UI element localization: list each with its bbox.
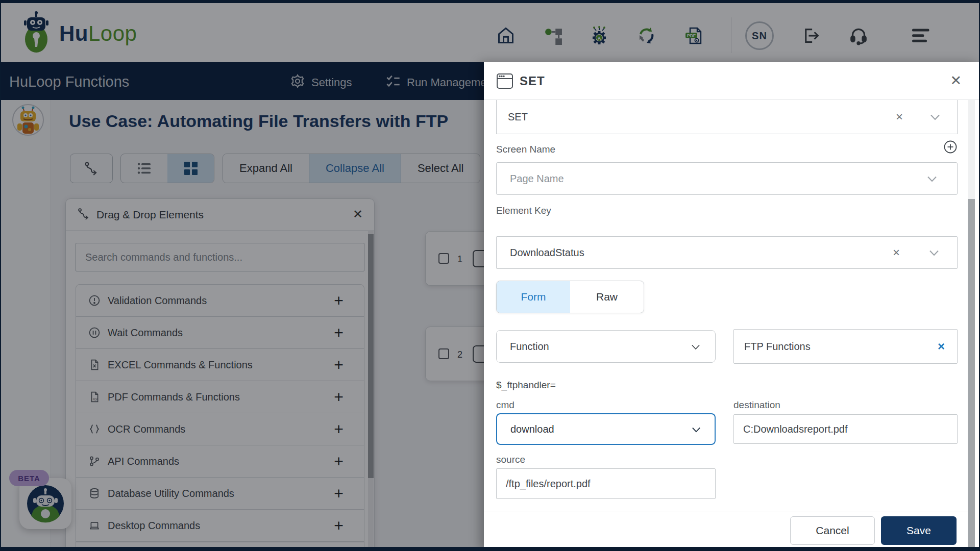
screen-name-placeholder: Page Name [510, 173, 564, 185]
drawer-title: SET [520, 74, 545, 88]
function-search-value: FTP Functions [744, 341, 811, 353]
element-key-value: DownloadStatus [510, 247, 584, 259]
command-select-value: SET [508, 111, 528, 123]
screen-name-select[interactable]: Page Name [496, 162, 958, 195]
window-frame-left [0, 0, 1, 551]
chevron-down-icon[interactable] [927, 173, 937, 185]
chevron-down-icon[interactable] [929, 247, 939, 259]
chevron-down-icon[interactable] [930, 111, 940, 123]
clear-icon[interactable]: × [893, 245, 900, 260]
screen-name-label: Screen Name [496, 144, 555, 155]
cancel-button[interactable]: Cancel [790, 516, 875, 545]
set-command-drawer: SET ✕ SET × Screen Name Page Name Elemen… [484, 62, 980, 551]
destination-value: C:Downloadsreport.pdf [743, 423, 848, 435]
destination-input[interactable]: C:Downloadsreport.pdf [733, 414, 958, 444]
form-raw-toggle: Form Raw [496, 281, 644, 313]
tab-raw[interactable]: Raw [570, 281, 644, 313]
cmd-label: cmd [496, 399, 514, 411]
handler-expression: $_ftphandler= [496, 380, 556, 391]
window-frame-bottom [0, 547, 980, 551]
source-value: /ftp_files/report.pdf [506, 478, 591, 490]
window-icon [496, 73, 513, 91]
command-select[interactable]: SET × [496, 100, 958, 134]
source-input[interactable]: /ftp_files/report.pdf [496, 468, 716, 499]
window-frame-top [0, 0, 980, 3]
drawer-scrollbar[interactable] [968, 100, 975, 551]
clear-icon[interactable]: × [938, 339, 945, 354]
close-icon[interactable]: ✕ [950, 72, 962, 89]
cmd-select[interactable]: download [496, 413, 716, 445]
chevron-down-icon[interactable] [692, 341, 700, 353]
chevron-down-icon[interactable] [692, 423, 700, 435]
drawer-scrollbar-thumb[interactable] [968, 199, 975, 548]
cmd-value: download [510, 423, 554, 435]
drawer-header: SET ✕ [484, 62, 980, 100]
function-type-value: Function [510, 341, 549, 353]
clear-icon[interactable]: × [896, 110, 903, 124]
source-label: source [496, 454, 525, 465]
element-key-label: Element Key [496, 205, 551, 216]
function-type-select[interactable]: Function [496, 330, 716, 363]
add-screen-icon[interactable] [943, 140, 958, 156]
save-button[interactable]: Save [881, 516, 957, 545]
function-search-field[interactable]: FTP Functions × [733, 329, 958, 364]
footer-divider [484, 512, 968, 512]
element-key-select[interactable]: DownloadStatus × [496, 236, 958, 269]
huloop-app: HuLoop A [0, 0, 980, 551]
destination-label: destination [733, 399, 780, 411]
tab-form[interactable]: Form [497, 281, 570, 313]
